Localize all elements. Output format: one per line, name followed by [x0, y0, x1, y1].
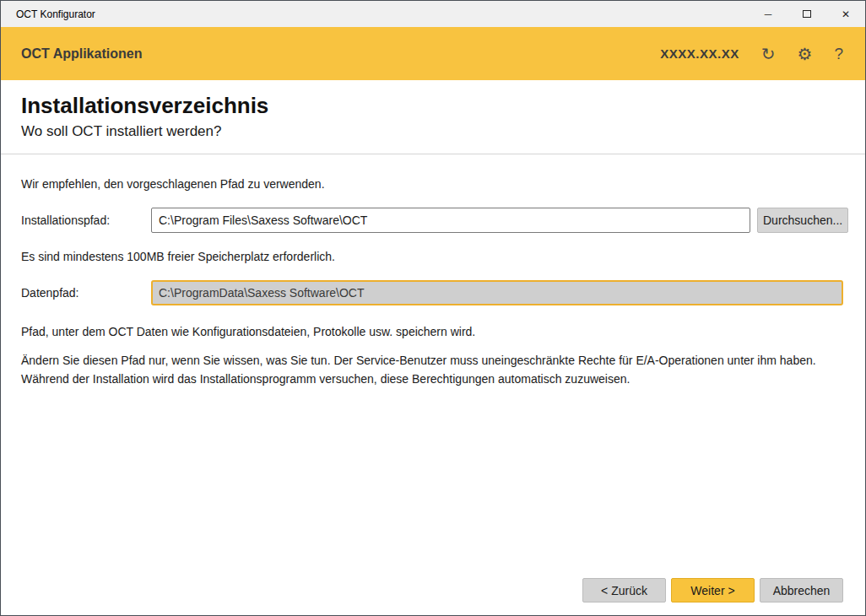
version-text: XXXX.XX.XX	[660, 46, 739, 61]
settings-gear-icon[interactable]: ⚙	[797, 46, 812, 62]
maximize-button[interactable]	[788, 1, 826, 27]
warning-text: Ändern Sie diesen Pfad nur, wenn Sie wis…	[21, 352, 845, 388]
warning-line-2: Während der Installation wird das Instal…	[21, 370, 845, 389]
install-path-label: Installationspfad:	[21, 213, 151, 227]
maximize-icon	[803, 10, 811, 18]
minimize-icon: ─	[765, 8, 772, 20]
intro-text: Wir empfehlen, den vorgeschlagenen Pfad …	[21, 177, 845, 191]
window-title: OCT Konfigurator	[1, 8, 95, 20]
next-button[interactable]: Weiter >	[671, 578, 755, 602]
page-heading-section: Installationsverzeichnis Wo soll OCT ins…	[1, 80, 865, 154]
data-path-label: Datenpfad:	[21, 286, 151, 300]
main-content: Wir empfehlen, den vorgeschlagenen Pfad …	[1, 154, 865, 388]
data-path-note: Pfad, unter dem OCT Daten wie Konfigurat…	[21, 325, 845, 338]
refresh-icon[interactable]: ↻	[761, 46, 776, 62]
wizard-footer: < Zurück Weiter > Abbrechen	[582, 578, 843, 602]
install-path-input[interactable]	[151, 208, 750, 233]
installer-window: OCT Konfigurator ─ ✕ OCT Applikationen X…	[0, 0, 866, 616]
minimize-button[interactable]: ─	[749, 1, 788, 27]
browse-button[interactable]: Durchsuchen...	[757, 208, 848, 233]
back-button[interactable]: < Zurück	[582, 578, 666, 602]
data-path-input[interactable]	[151, 280, 843, 305]
app-header: OCT Applikationen XXXX.XX.XX ↻ ⚙ ?	[1, 27, 865, 80]
disk-space-note: Es sind mindestens 100MB freier Speicher…	[21, 250, 845, 263]
install-path-row: Installationspfad: Durchsuchen...	[21, 208, 845, 233]
page-subtitle: Wo soll OCT installiert werden?	[21, 123, 845, 140]
help-icon[interactable]: ?	[834, 46, 843, 62]
cancel-button[interactable]: Abbrechen	[760, 578, 843, 602]
data-path-row: Datenpfad:	[21, 280, 845, 305]
close-icon: ✕	[842, 8, 850, 20]
window-controls: ─ ✕	[749, 1, 865, 27]
titlebar: OCT Konfigurator ─ ✕	[1, 1, 865, 27]
close-button[interactable]: ✕	[826, 1, 865, 27]
app-title: OCT Applikationen	[21, 46, 142, 62]
warning-line-1: Ändern Sie diesen Pfad nur, wenn Sie wis…	[21, 352, 845, 370]
page-title: Installationsverzeichnis	[21, 93, 845, 119]
header-actions: XXXX.XX.XX ↻ ⚙ ?	[660, 46, 843, 62]
